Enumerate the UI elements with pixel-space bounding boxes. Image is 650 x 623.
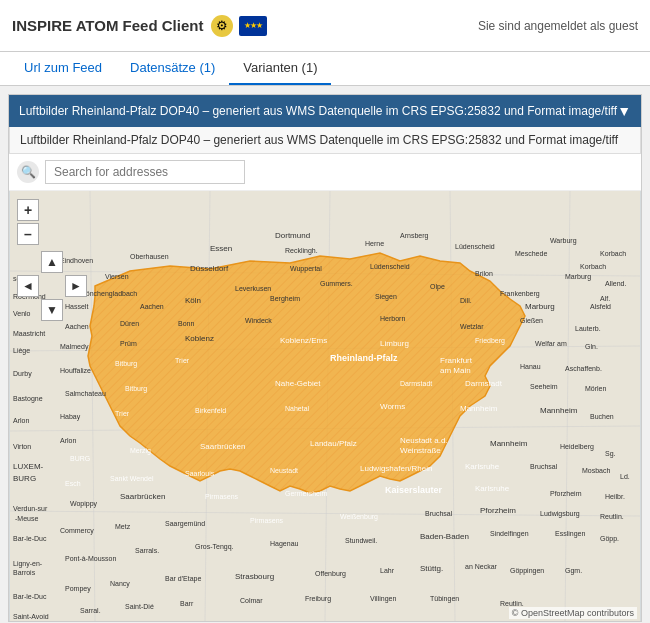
svg-text:Wuppertal: Wuppertal [290,265,322,273]
svg-text:Saint-Avoid: Saint-Avoid [13,613,49,620]
nav-right-button[interactable]: ► [65,275,87,297]
tab-variants[interactable]: Varianten (1) [229,52,331,85]
svg-text:Siegen: Siegen [375,293,397,301]
svg-text:Mosbach: Mosbach [582,467,611,474]
svg-text:Bitburg: Bitburg [115,360,137,368]
app-header: INSPIRE ATOM Feed Client ⚙ ★★★ Sie sind … [0,0,650,52]
svg-text:Bitburg: Bitburg [125,385,147,393]
svg-text:Ggm.: Ggm. [565,567,582,575]
svg-text:Virton: Virton [13,443,31,450]
svg-text:Wetzlar: Wetzlar [460,323,484,330]
map-attribution: © OpenStreetMap contributors [509,607,637,619]
svg-text:Mannheim: Mannheim [540,406,578,415]
svg-text:Bruchsal: Bruchsal [425,510,453,517]
nav-left-button[interactable]: ◄ [17,275,39,297]
map-controls: + – ▲ ◄ ► ▼ [17,199,87,321]
svg-text:Lauterb.: Lauterb. [575,325,601,332]
svg-text:Herne: Herne [365,240,384,247]
svg-text:Sindelﬁngen: Sindelﬁngen [490,530,529,538]
map-svg: Dortmund Herne Arnsberg Warburg Korbach … [9,191,641,621]
map-container[interactable]: Dortmund Herne Arnsberg Warburg Korbach … [9,191,641,621]
svg-text:Gummers.: Gummers. [320,280,353,287]
svg-text:Marburg: Marburg [565,273,591,281]
svg-text:Recklingh.: Recklingh. [285,247,318,255]
svg-text:Karlsruhe: Karlsruhe [475,484,510,493]
svg-text:BURG: BURG [70,455,90,462]
svg-text:Tübingen: Tübingen [430,595,459,603]
svg-text:Heidelberg: Heidelberg [560,443,594,451]
dataset-info-bar: Luftbilder Rheinland-Pfalz DOP40 – gener… [9,127,641,154]
zoom-in-button[interactable]: + [17,199,39,221]
svg-text:Saarbrücken: Saarbrücken [120,492,165,501]
svg-text:Prüm: Prüm [120,340,137,347]
svg-text:Metz: Metz [115,523,131,530]
svg-text:Trier: Trier [115,410,130,417]
svg-text:Koblenz/Ems: Koblenz/Ems [280,336,327,345]
svg-text:Salmchateau: Salmchateau [65,390,106,397]
svg-text:Neustadt: Neustadt [270,467,298,474]
svg-text:Göpp.: Göpp. [600,535,619,543]
svg-text:an Neckar: an Neckar [465,563,498,570]
svg-text:Pforzheim: Pforzheim [550,490,582,497]
search-input[interactable] [45,160,245,184]
nav-down-button[interactable]: ▼ [41,299,63,321]
eu-flag-icon: ★★★ [239,16,267,36]
nav-up-button[interactable]: ▲ [41,251,63,273]
svg-text:Allend.: Allend. [605,280,626,287]
svg-text:am Main: am Main [440,366,471,375]
svg-text:Mönchengladbach: Mönchengladbach [80,290,137,298]
svg-text:Alsfeld: Alsfeld [590,303,611,310]
dataset-selector[interactable]: Luftbilder Rheinland-Pfalz DOP40 – gener… [9,95,641,127]
main-content: Luftbilder Rheinland-Pfalz DOP40 – gener… [8,94,642,622]
tab-bar: Url zum Feed Datensätze (1) Varianten (1… [0,52,650,86]
svg-text:Esch: Esch [65,480,81,487]
nav-empty-c [41,275,63,297]
svg-text:Arlon: Arlon [13,417,29,424]
svg-text:Villingen: Villingen [370,595,396,603]
svg-text:Sarrals.: Sarrals. [135,547,159,554]
svg-text:Koblenz: Koblenz [185,334,214,343]
svg-text:Bar-le-Duc: Bar-le-Duc [13,593,47,600]
svg-text:Warburg: Warburg [550,237,577,245]
svg-text:Durby: Durby [13,370,32,378]
svg-text:Barrois: Barrois [13,569,36,576]
svg-text:Marburg: Marburg [525,302,555,311]
svg-text:Lahr: Lahr [380,567,395,574]
svg-text:Dortmund: Dortmund [275,231,310,240]
svg-text:Weißenburg: Weißenburg [340,513,378,521]
svg-text:Hagenau: Hagenau [270,540,299,548]
svg-text:Bruchsal: Bruchsal [530,463,558,470]
svg-text:Commercy: Commercy [60,527,94,535]
svg-text:Pirmasens: Pirmasens [250,517,284,524]
svg-text:Nahe-Gebiet: Nahe-Gebiet [275,379,321,388]
svg-text:Saint-Dié: Saint-Dié [125,603,154,610]
svg-text:Köln: Köln [185,296,201,305]
svg-text:Dill.: Dill. [460,297,472,304]
svg-text:Limburg: Limburg [380,339,409,348]
svg-text:BURG: BURG [13,474,36,483]
svg-text:Freiburg: Freiburg [305,595,331,603]
tab-feed-url[interactable]: Url zum Feed [10,52,116,85]
svg-text:Brilon: Brilon [475,270,493,277]
tab-datasets[interactable]: Datensätze (1) [116,52,229,85]
svg-text:Leverkusen: Leverkusen [235,285,271,292]
svg-text:Houffalize: Houffalize [60,367,91,374]
svg-text:Oberhausen: Oberhausen [130,253,169,260]
svg-text:Karlsruhe: Karlsruhe [465,462,500,471]
svg-text:Mannheim: Mannheim [490,439,528,448]
svg-text:Pont-à-Mousson: Pont-à-Mousson [65,555,116,562]
svg-text:Gln.: Gln. [585,343,598,350]
svg-text:Düren: Düren [120,320,139,327]
svg-text:Herborn: Herborn [380,315,405,322]
chevron-down-icon: ▼ [617,103,631,119]
svg-text:Bar-le-Duc: Bar-le-Duc [13,535,47,542]
svg-text:Meschede: Meschede [515,250,547,257]
nav-empty-bl [17,299,39,321]
svg-text:Colmar: Colmar [240,597,263,604]
svg-text:Darmstadt: Darmstadt [400,380,432,387]
svg-text:Pforzheim: Pforzheim [480,506,516,515]
search-icon: 🔍 [17,161,39,183]
dataset-info-text: Luftbilder Rheinland-Pfalz DOP40 – gener… [20,133,618,147]
zoom-out-button[interactable]: – [17,223,39,245]
svg-text:Weinstraße: Weinstraße [400,446,441,455]
